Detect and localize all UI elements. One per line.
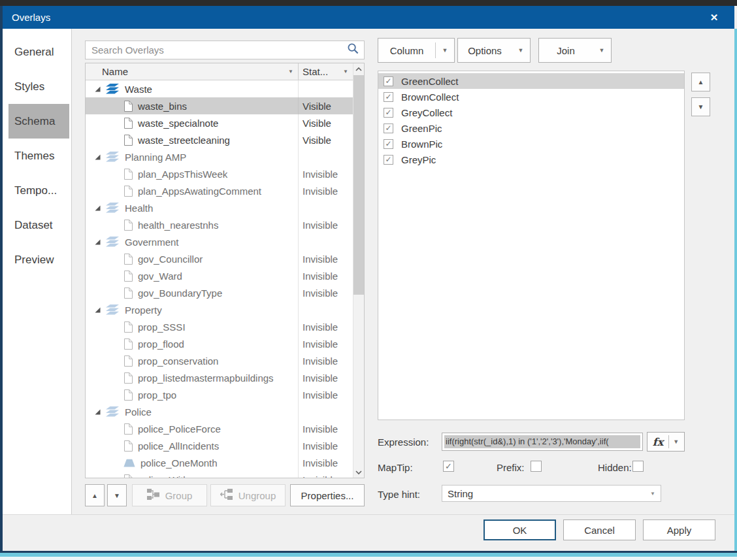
ok-button[interactable]: OK bbox=[483, 519, 556, 540]
tree-item-row[interactable]: waste_specialnoteVisible bbox=[86, 114, 353, 131]
expand-triangle-icon[interactable] bbox=[95, 307, 101, 313]
tree-item-row[interactable]: police_PoliceForceInvisible bbox=[86, 420, 353, 437]
field-row[interactable]: ✓GreyPic bbox=[378, 152, 684, 167]
sidebar-item-tempo[interactable]: Tempo... bbox=[8, 173, 69, 208]
column-header-status[interactable]: Stat... ▼ bbox=[298, 63, 353, 80]
tree-name-cell: police_OneMonth bbox=[86, 454, 298, 471]
field-checkbox[interactable]: ✓ bbox=[384, 124, 393, 133]
tree-item-row[interactable]: plan_AppsThisWeekInvisible bbox=[86, 165, 353, 182]
filter-arrow-icon[interactable]: ▼ bbox=[343, 69, 348, 74]
tree-group-row[interactable]: Planning AMP bbox=[86, 148, 353, 165]
hidden-checkbox[interactable] bbox=[632, 461, 644, 472]
tree-group-row[interactable]: Police bbox=[86, 403, 353, 420]
ungroup-button[interactable]: Ungroup bbox=[210, 484, 286, 506]
search-input[interactable] bbox=[91, 44, 347, 56]
expand-triangle-icon[interactable] bbox=[95, 86, 101, 92]
tree-group-row[interactable]: Government bbox=[86, 233, 353, 250]
tree-item-row[interactable]: plan_AppsAwatingCommentInvisible bbox=[86, 182, 353, 199]
maptip-checkbox[interactable]: ✓ bbox=[443, 461, 454, 472]
move-overlay-down-button[interactable]: ▼ bbox=[107, 484, 127, 506]
overlay-status: Invisible bbox=[298, 165, 353, 182]
layers-icon bbox=[106, 237, 120, 247]
move-overlay-up-button[interactable]: ▲ bbox=[85, 484, 105, 506]
overlay-status bbox=[298, 233, 353, 250]
join-dropdown-button[interactable]: Join▼ bbox=[538, 38, 612, 63]
cancel-button-label: Cancel bbox=[584, 525, 615, 536]
move-down-icon: ▼ bbox=[114, 492, 120, 499]
tree-item-row[interactable]: prop_floodInvisible bbox=[86, 335, 353, 352]
window-border-bottom-edge bbox=[0, 557, 737, 560]
expand-triangle-icon[interactable] bbox=[95, 205, 101, 211]
column-dropdown-button[interactable]: Column▼ bbox=[378, 38, 455, 63]
field-checkbox[interactable]: ✓ bbox=[384, 139, 393, 149]
tree-scrollbar[interactable] bbox=[353, 63, 364, 478]
field-row[interactable]: ✓GreyCollect bbox=[378, 105, 684, 120]
tree-item-row[interactable]: gov_BoundaryTypeInvisible bbox=[86, 284, 353, 301]
properties-button[interactable]: Properties... bbox=[290, 484, 365, 506]
filter-arrow-icon[interactable]: ▼ bbox=[288, 69, 293, 74]
field-checkbox[interactable]: ✓ bbox=[384, 155, 393, 165]
move-field-up-button[interactable]: ▲ bbox=[691, 73, 710, 91]
tree-item-row[interactable]: gov_WardInvisible bbox=[86, 267, 353, 284]
tree-item-row[interactable]: gov_CouncillorInvisible bbox=[86, 250, 353, 267]
overlay-name: waste_specialnote bbox=[138, 118, 218, 129]
field-checkbox[interactable]: ✓ bbox=[384, 92, 393, 102]
field-row[interactable]: ✓GreenCollect bbox=[378, 73, 684, 89]
overlay-status: Invisible bbox=[298, 250, 353, 267]
tree-item-row[interactable]: prop_SSSIInvisible bbox=[86, 318, 353, 335]
tree-item-row[interactable]: police_WithInvisible bbox=[86, 471, 353, 478]
expand-triangle-icon[interactable] bbox=[95, 409, 101, 415]
titlebar: Overlays ✕ bbox=[3, 6, 734, 29]
tree-group-row[interactable]: Waste bbox=[86, 80, 353, 97]
prefix-checkbox[interactable] bbox=[531, 461, 542, 472]
overlay-status bbox=[298, 403, 353, 420]
tree-item-row[interactable]: waste_streetcleaningVisible bbox=[86, 131, 353, 148]
field-checkbox[interactable]: ✓ bbox=[384, 108, 393, 118]
file-icon bbox=[123, 169, 133, 180]
scrollbar-thumb[interactable] bbox=[353, 75, 364, 295]
overlay-name: gov_Ward bbox=[138, 271, 182, 282]
expression-builder-button[interactable]: fx ▼ bbox=[647, 432, 685, 452]
sidebar-item-dataset[interactable]: Dataset bbox=[8, 208, 69, 242]
tree-item-row[interactable]: waste_binsVisible bbox=[86, 97, 353, 114]
field-row[interactable]: ✓GreenPic bbox=[378, 120, 684, 136]
expression-input[interactable]: iif(right(str(_id&),1) in ('1','2','3'),… bbox=[442, 433, 643, 451]
type-hint-label: Type hint: bbox=[378, 489, 420, 500]
close-button[interactable]: ✕ bbox=[703, 8, 725, 27]
sidebar-item-styles[interactable]: Styles bbox=[8, 69, 69, 104]
expand-triangle-icon[interactable] bbox=[95, 154, 101, 160]
sidebar-item-schema[interactable]: Schema bbox=[8, 104, 69, 139]
field-label: GreenPic bbox=[401, 123, 442, 134]
tree-item-row[interactable]: police_OneMonthInvisible bbox=[86, 454, 353, 471]
scrollbar-up-button[interactable] bbox=[353, 63, 364, 74]
field-label: BrownPic bbox=[401, 139, 442, 150]
file-icon bbox=[123, 372, 133, 384]
cancel-button[interactable]: Cancel bbox=[563, 519, 636, 540]
options-dropdown-button[interactable]: Options▼ bbox=[457, 38, 531, 63]
tree-item-row[interactable]: police_AllIncidentsInvisible bbox=[86, 437, 353, 454]
scrollbar-track[interactable] bbox=[353, 74, 364, 467]
column-header-name[interactable]: Name ▼ bbox=[86, 63, 298, 80]
overlay-status: Visible bbox=[298, 131, 353, 148]
apply-button[interactable]: Apply bbox=[643, 519, 715, 540]
field-row[interactable]: ✓BrownCollect bbox=[378, 89, 684, 105]
field-row[interactable]: ✓BrownPic bbox=[378, 136, 684, 152]
tree-item-row[interactable]: prop_conservationInvisible bbox=[86, 352, 353, 369]
move-field-down-button[interactable]: ▼ bbox=[691, 97, 710, 116]
group-button[interactable]: Group bbox=[132, 484, 207, 506]
sidebar-item-themes[interactable]: Themes bbox=[8, 139, 69, 173]
sidebar-item-general[interactable]: General bbox=[8, 35, 69, 69]
sidebar-item-preview[interactable]: Preview bbox=[8, 242, 69, 277]
field-checkbox[interactable]: ✓ bbox=[384, 76, 393, 86]
chevron-down-icon[interactable]: ▼ bbox=[673, 438, 679, 445]
expand-triangle-icon[interactable] bbox=[95, 239, 101, 245]
tree-item-row[interactable]: health_nearestnhsInvisible bbox=[86, 216, 353, 233]
scrollbar-down-button[interactable] bbox=[353, 467, 364, 478]
divider bbox=[668, 435, 669, 448]
tree-group-row[interactable]: Property bbox=[86, 301, 353, 318]
type-hint-value: String bbox=[448, 488, 473, 499]
tree-item-row[interactable]: prop_tpoInvisible bbox=[86, 386, 353, 403]
tree-group-row[interactable]: Health bbox=[86, 199, 353, 216]
tree-item-row[interactable]: prop_listedmastermapbuildingsInvisible bbox=[86, 369, 353, 386]
type-hint-select[interactable]: String ▼ bbox=[442, 485, 661, 502]
